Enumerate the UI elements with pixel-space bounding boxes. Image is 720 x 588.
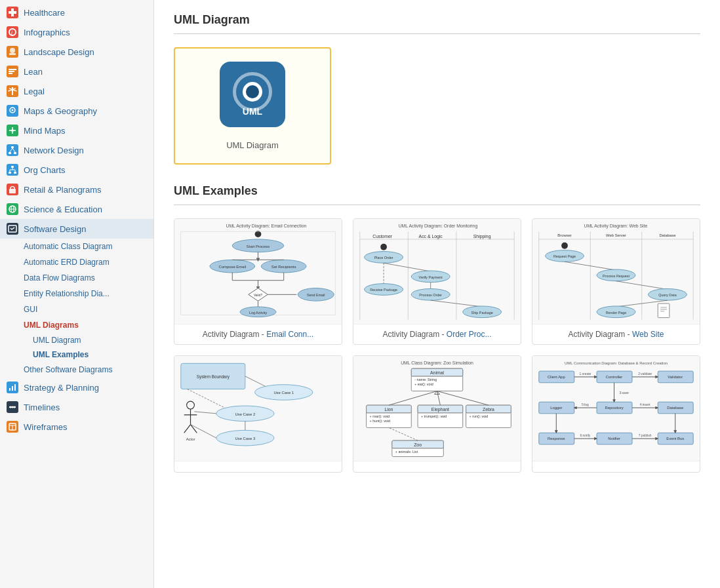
svg-rect-7 — [9, 71, 14, 72]
sidebar-sub-autoerd[interactable]: Automatic ERD Diagram — [0, 254, 153, 270]
sidebar-item-legal[interactable]: Legal — [0, 81, 153, 101]
svg-point-79 — [380, 244, 387, 250]
svg-text:Place Order: Place Order — [374, 256, 393, 260]
sidebar-item-science[interactable]: Science & Education — [0, 199, 153, 219]
sidebar-item-mindmaps[interactable]: Mind Maps — [0, 121, 153, 140]
svg-rect-31 — [9, 189, 16, 193]
featured-card-label: UML Diagram — [226, 140, 279, 150]
svg-rect-1 — [9, 11, 16, 14]
svg-text:Database: Database — [667, 406, 683, 410]
sidebar-item-infographics[interactable]: i Infographics — [0, 22, 153, 42]
sidebar-sub-label-autoerd: Automatic ERD Diagram — [24, 258, 110, 267]
example-link-1[interactable]: Email Conn... — [266, 330, 313, 339]
example-link-3[interactable]: Web Site — [632, 330, 664, 339]
sidebar-item-healthcare[interactable]: Healthcare — [0, 3, 153, 22]
svg-rect-6 — [9, 69, 16, 70]
example-label-4 — [174, 461, 342, 472]
featured-uml-card[interactable]: UML UML Diagram — [174, 47, 331, 165]
sidebar-subitem-label-umldiagram: UML Diagram — [33, 336, 81, 345]
svg-rect-20 — [9, 152, 11, 154]
science-icon — [7, 203, 18, 215]
sidebar-label-lean: Lean — [24, 67, 43, 77]
featured-section-title: UML Diagram — [174, 13, 700, 27]
sidebar-item-timelines[interactable]: Timelines — [0, 397, 153, 417]
svg-text:+ trumpet(): void: + trumpet(): void — [421, 414, 447, 418]
sidebar-sub-entityrel[interactable]: Entity Relationship Dia... — [0, 286, 153, 302]
sidebar-label-orgcharts: Org Charts — [24, 165, 66, 175]
examples-section-title: UML Examples — [174, 184, 700, 198]
sidebar-sub-gui[interactable]: GUI — [0, 302, 153, 317]
sidebar-label-infographics: Infographics — [24, 28, 70, 37]
example-card-1[interactable]: UML Activity Diagram: Email Connection S… — [174, 218, 342, 345]
svg-text:3:save: 3:save — [619, 391, 629, 395]
svg-text:Use Case 3: Use Case 3 — [235, 437, 256, 441]
sidebar-item-maps[interactable]: Maps & Geography — [0, 101, 153, 121]
svg-text:4:insert: 4:insert — [640, 403, 651, 406]
svg-rect-5 — [9, 53, 16, 55]
svg-text:Notifier: Notifier — [608, 437, 620, 441]
featured-divider — [174, 33, 700, 34]
sidebar-label-landscape: Landscape Design — [24, 47, 94, 57]
svg-line-23 — [12, 148, 15, 152]
svg-text:+ roar(): void: + roar(): void — [370, 414, 390, 418]
sidebar-label-healthcare: Healthcare — [24, 8, 65, 18]
sidebar-label-retail: Retail & Planograms — [24, 185, 102, 195]
svg-point-130 — [187, 401, 195, 409]
sidebar-item-orgcharts[interactable]: Org Charts — [0, 160, 153, 180]
network-icon — [7, 144, 18, 156]
software-icon — [7, 223, 18, 235]
svg-rect-24 — [11, 166, 14, 168]
example-image-1: UML Activity Diagram: Email Connection S… — [174, 219, 342, 324]
svg-text:UML Activity Diagram: Web Site: UML Activity Diagram: Web Site — [584, 224, 647, 229]
sidebar-item-network[interactable]: Network Design — [0, 140, 153, 160]
example-card-6[interactable]: UML Communication Diagram: Database & Re… — [532, 355, 700, 473]
example-card-4[interactable]: System Boundary Use Case 1 Use Case 2 Us… — [174, 355, 342, 473]
svg-text:1:create: 1:create — [580, 372, 591, 376]
svg-text:Receive Package: Receive Package — [370, 288, 397, 292]
svg-text:Render Page: Render Page — [606, 311, 627, 315]
svg-point-41 — [12, 406, 14, 408]
sidebar-subitem-umlexamples[interactable]: UML Examples — [0, 347, 153, 362]
sidebar-label-science: Science & Education — [24, 205, 102, 214]
sidebar-sub-othersoftware[interactable]: Other Software Diagrams — [0, 362, 153, 378]
examples-grid: UML Activity Diagram: Email Connection S… — [174, 218, 700, 473]
sidebar-sub-autoclassdiagram[interactable]: Automatic Class Diagram — [0, 239, 153, 254]
sidebar-sub-label-entityrel: Entity Relationship Dia... — [24, 289, 110, 298]
svg-text:Query Data: Query Data — [658, 293, 676, 297]
lean-icon — [7, 66, 18, 77]
sidebar-sub-label-dataflow: Data Flow Diagrams — [24, 273, 95, 283]
svg-point-40 — [10, 406, 12, 408]
example-card-2[interactable]: UML Activity Diagram: Order Monitoring C… — [353, 218, 521, 345]
infographics-icon: i — [7, 26, 18, 38]
sidebar-sub-umldiagrams[interactable]: UML Diagrams — [0, 317, 153, 333]
sidebar-item-landscape[interactable]: Landscape Design — [0, 42, 153, 62]
sidebar-item-retail[interactable]: Retail & Planograms — [0, 180, 153, 199]
svg-text:Response: Response — [548, 437, 565, 441]
sidebar-sub-label-othersoftware: Other Software Diagrams — [24, 365, 112, 374]
svg-point-14 — [11, 129, 14, 132]
sidebar-item-strategy[interactable]: Strategy & Planning — [0, 378, 153, 397]
example-link-2[interactable]: Order Proc... — [447, 330, 492, 339]
sidebar-item-wireframes[interactable]: Wireframes — [0, 417, 153, 437]
wireframes-icon — [7, 421, 18, 433]
svg-text:Zebra: Zebra — [483, 407, 494, 412]
mindmaps-icon — [7, 125, 18, 136]
example-card-3[interactable]: UML Activity Diagram: Web Site Browser W… — [532, 218, 700, 345]
svg-text:Set Recipients: Set Recipients — [271, 265, 296, 269]
sidebar-item-software[interactable]: Software Design — [0, 219, 153, 239]
example-label-1: Activity Diagram - Email Conn... — [174, 324, 342, 344]
svg-line-136 — [194, 412, 216, 414]
example-card-5[interactable]: UML Class Diagram: Zoo Simulation Animal… — [353, 355, 521, 473]
sidebar-item-lean[interactable]: Lean — [0, 62, 153, 81]
svg-rect-36 — [9, 388, 10, 391]
sidebar-sub-dataflow[interactable]: Data Flow Diagrams — [0, 270, 153, 286]
sidebar-label-network: Network Design — [24, 146, 84, 155]
svg-text:Shipping: Shipping — [473, 234, 491, 239]
svg-point-4 — [10, 48, 15, 53]
svg-line-163 — [437, 391, 489, 406]
svg-text:Event Bus: Event Bus — [666, 437, 684, 441]
sidebar-subitem-umldiagram[interactable]: UML Diagram — [0, 333, 153, 347]
svg-text:6:notify: 6:notify — [580, 434, 591, 437]
example-label-6 — [532, 461, 700, 472]
svg-text:Repository: Repository — [605, 406, 624, 410]
